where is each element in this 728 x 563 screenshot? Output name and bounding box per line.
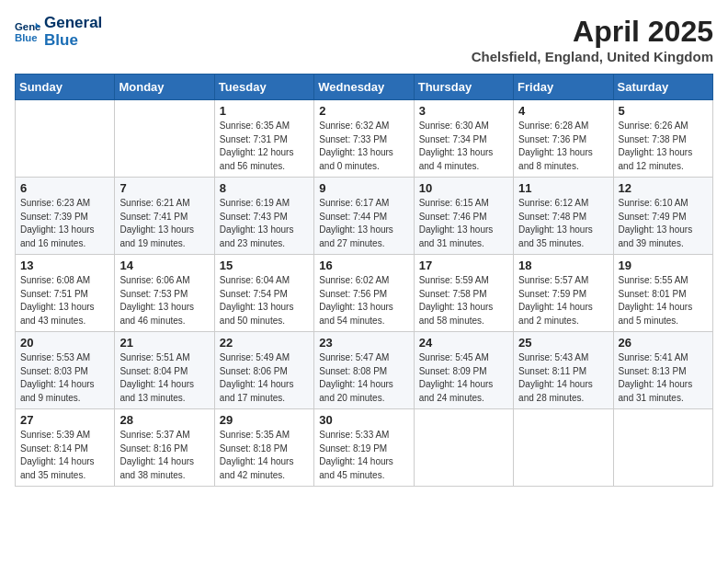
day-info: Sunrise: 5:57 AM Sunset: 7:59 PM Dayligh… bbox=[518, 274, 608, 327]
calendar-header-row: SundayMondayTuesdayWednesdayThursdayFrid… bbox=[16, 75, 713, 100]
day-info: Sunrise: 5:53 AM Sunset: 8:03 PM Dayligh… bbox=[20, 351, 109, 405]
calendar-cell: 16Sunrise: 6:02 AM Sunset: 7:56 PM Dayli… bbox=[314, 255, 414, 332]
day-number: 3 bbox=[419, 104, 508, 118]
calendar-cell: 7Sunrise: 6:21 AM Sunset: 7:41 PM Daylig… bbox=[115, 178, 214, 255]
day-number: 4 bbox=[518, 104, 608, 118]
logo-general-text: General bbox=[44, 15, 102, 32]
day-header-wednesday: Wednesday bbox=[314, 75, 414, 100]
title-block: April 2025 Chelsfield, England, United K… bbox=[472, 15, 713, 64]
calendar-cell: 18Sunrise: 5:57 AM Sunset: 7:59 PM Dayli… bbox=[514, 255, 613, 332]
calendar-cell bbox=[414, 409, 513, 487]
calendar-cell: 26Sunrise: 5:41 AM Sunset: 8:13 PM Dayli… bbox=[613, 332, 712, 409]
day-number: 27 bbox=[20, 413, 109, 427]
calendar-cell: 17Sunrise: 5:59 AM Sunset: 7:58 PM Dayli… bbox=[414, 255, 513, 332]
logo: General Blue General Blue bbox=[15, 15, 102, 49]
day-number: 13 bbox=[20, 259, 109, 272]
calendar-cell bbox=[613, 409, 712, 487]
calendar-week-4: 20Sunrise: 5:53 AM Sunset: 8:03 PM Dayli… bbox=[16, 332, 713, 409]
day-number: 15 bbox=[220, 259, 309, 272]
calendar-cell: 28Sunrise: 5:37 AM Sunset: 8:16 PM Dayli… bbox=[115, 409, 214, 487]
day-number: 9 bbox=[319, 181, 408, 195]
day-number: 11 bbox=[518, 181, 608, 195]
calendar-cell: 3Sunrise: 6:30 AM Sunset: 7:34 PM Daylig… bbox=[414, 100, 513, 178]
day-info: Sunrise: 5:41 AM Sunset: 8:13 PM Dayligh… bbox=[619, 351, 708, 405]
day-header-saturday: Saturday bbox=[613, 75, 712, 100]
calendar-cell: 20Sunrise: 5:53 AM Sunset: 8:03 PM Dayli… bbox=[16, 332, 115, 409]
day-header-friday: Friday bbox=[514, 75, 613, 100]
calendar-cell: 5Sunrise: 6:26 AM Sunset: 7:38 PM Daylig… bbox=[613, 100, 712, 178]
day-number: 22 bbox=[220, 336, 309, 350]
day-info: Sunrise: 6:02 AM Sunset: 7:56 PM Dayligh… bbox=[319, 274, 408, 327]
day-number: 7 bbox=[119, 181, 209, 195]
day-info: Sunrise: 6:04 AM Sunset: 7:54 PM Dayligh… bbox=[220, 274, 309, 327]
day-info: Sunrise: 6:06 AM Sunset: 7:53 PM Dayligh… bbox=[119, 274, 209, 327]
calendar-cell bbox=[16, 100, 115, 178]
day-info: Sunrise: 6:12 AM Sunset: 7:48 PM Dayligh… bbox=[518, 197, 608, 250]
day-header-thursday: Thursday bbox=[414, 75, 513, 100]
day-info: Sunrise: 6:19 AM Sunset: 7:43 PM Dayligh… bbox=[220, 197, 309, 250]
calendar-cell: 19Sunrise: 5:55 AM Sunset: 8:01 PM Dayli… bbox=[613, 255, 712, 332]
day-header-tuesday: Tuesday bbox=[214, 75, 313, 100]
day-number: 24 bbox=[419, 336, 508, 350]
logo-icon: General Blue bbox=[15, 19, 40, 45]
day-header-sunday: Sunday bbox=[16, 75, 115, 100]
calendar-cell: 6Sunrise: 6:23 AM Sunset: 7:39 PM Daylig… bbox=[16, 178, 115, 255]
day-number: 25 bbox=[518, 336, 608, 350]
location-subtitle: Chelsfield, England, United Kingdom bbox=[472, 49, 713, 64]
day-number: 10 bbox=[419, 181, 508, 195]
day-info: Sunrise: 6:15 AM Sunset: 7:46 PM Dayligh… bbox=[419, 197, 508, 250]
day-number: 14 bbox=[119, 259, 209, 272]
day-number: 30 bbox=[319, 413, 408, 427]
day-number: 29 bbox=[220, 413, 309, 427]
calendar-cell: 4Sunrise: 6:28 AM Sunset: 7:36 PM Daylig… bbox=[514, 100, 613, 178]
calendar-cell bbox=[115, 100, 214, 178]
calendar-cell: 8Sunrise: 6:19 AM Sunset: 7:43 PM Daylig… bbox=[214, 178, 313, 255]
calendar-cell: 23Sunrise: 5:47 AM Sunset: 8:08 PM Dayli… bbox=[314, 332, 414, 409]
day-number: 16 bbox=[319, 259, 408, 272]
day-info: Sunrise: 6:30 AM Sunset: 7:34 PM Dayligh… bbox=[419, 120, 508, 173]
calendar-week-3: 13Sunrise: 6:08 AM Sunset: 7:51 PM Dayli… bbox=[16, 255, 713, 332]
logo-blue-text: Blue bbox=[44, 32, 102, 50]
day-info: Sunrise: 5:35 AM Sunset: 8:18 PM Dayligh… bbox=[220, 429, 309, 482]
calendar-cell: 12Sunrise: 6:10 AM Sunset: 7:49 PM Dayli… bbox=[613, 178, 712, 255]
day-number: 19 bbox=[619, 259, 708, 272]
day-info: Sunrise: 5:39 AM Sunset: 8:14 PM Dayligh… bbox=[20, 429, 109, 482]
month-title: April 2025 bbox=[472, 15, 713, 49]
day-info: Sunrise: 5:49 AM Sunset: 8:06 PM Dayligh… bbox=[220, 351, 309, 405]
calendar-cell: 25Sunrise: 5:43 AM Sunset: 8:11 PM Dayli… bbox=[514, 332, 613, 409]
calendar-cell: 10Sunrise: 6:15 AM Sunset: 7:46 PM Dayli… bbox=[414, 178, 513, 255]
day-number: 2 bbox=[319, 104, 408, 118]
day-info: Sunrise: 6:32 AM Sunset: 7:33 PM Dayligh… bbox=[319, 120, 408, 173]
calendar-cell: 27Sunrise: 5:39 AM Sunset: 8:14 PM Dayli… bbox=[16, 409, 115, 487]
calendar-cell: 11Sunrise: 6:12 AM Sunset: 7:48 PM Dayli… bbox=[514, 178, 613, 255]
calendar-cell: 1Sunrise: 6:35 AM Sunset: 7:31 PM Daylig… bbox=[214, 100, 313, 178]
day-info: Sunrise: 6:21 AM Sunset: 7:41 PM Dayligh… bbox=[119, 197, 209, 250]
day-info: Sunrise: 6:08 AM Sunset: 7:51 PM Dayligh… bbox=[20, 274, 109, 327]
svg-text:Blue: Blue bbox=[15, 31, 38, 42]
day-info: Sunrise: 5:43 AM Sunset: 8:11 PM Dayligh… bbox=[518, 351, 608, 405]
calendar-cell: 13Sunrise: 6:08 AM Sunset: 7:51 PM Dayli… bbox=[16, 255, 115, 332]
day-info: Sunrise: 5:59 AM Sunset: 7:58 PM Dayligh… bbox=[419, 274, 508, 327]
calendar-table: SundayMondayTuesdayWednesdayThursdayFrid… bbox=[15, 74, 713, 487]
day-number: 1 bbox=[220, 104, 309, 118]
day-info: Sunrise: 5:33 AM Sunset: 8:19 PM Dayligh… bbox=[319, 429, 408, 482]
day-info: Sunrise: 5:45 AM Sunset: 8:09 PM Dayligh… bbox=[419, 351, 508, 405]
day-number: 26 bbox=[619, 336, 708, 350]
calendar-week-2: 6Sunrise: 6:23 AM Sunset: 7:39 PM Daylig… bbox=[16, 178, 713, 255]
day-number: 6 bbox=[20, 181, 109, 195]
calendar-week-5: 27Sunrise: 5:39 AM Sunset: 8:14 PM Dayli… bbox=[16, 409, 713, 487]
calendar-cell: 22Sunrise: 5:49 AM Sunset: 8:06 PM Dayli… bbox=[214, 332, 313, 409]
day-info: Sunrise: 5:51 AM Sunset: 8:04 PM Dayligh… bbox=[119, 351, 209, 405]
day-info: Sunrise: 6:28 AM Sunset: 7:36 PM Dayligh… bbox=[518, 120, 608, 173]
day-header-monday: Monday bbox=[115, 75, 214, 100]
day-info: Sunrise: 5:47 AM Sunset: 8:08 PM Dayligh… bbox=[319, 351, 408, 405]
day-info: Sunrise: 6:23 AM Sunset: 7:39 PM Dayligh… bbox=[20, 197, 109, 250]
day-number: 17 bbox=[419, 259, 508, 272]
calendar-cell: 29Sunrise: 5:35 AM Sunset: 8:18 PM Dayli… bbox=[214, 409, 313, 487]
calendar-cell: 2Sunrise: 6:32 AM Sunset: 7:33 PM Daylig… bbox=[314, 100, 414, 178]
day-info: Sunrise: 6:35 AM Sunset: 7:31 PM Dayligh… bbox=[220, 120, 309, 173]
day-number: 18 bbox=[518, 259, 608, 272]
day-number: 8 bbox=[220, 181, 309, 195]
day-info: Sunrise: 5:37 AM Sunset: 8:16 PM Dayligh… bbox=[119, 429, 209, 482]
calendar-cell: 15Sunrise: 6:04 AM Sunset: 7:54 PM Dayli… bbox=[214, 255, 313, 332]
